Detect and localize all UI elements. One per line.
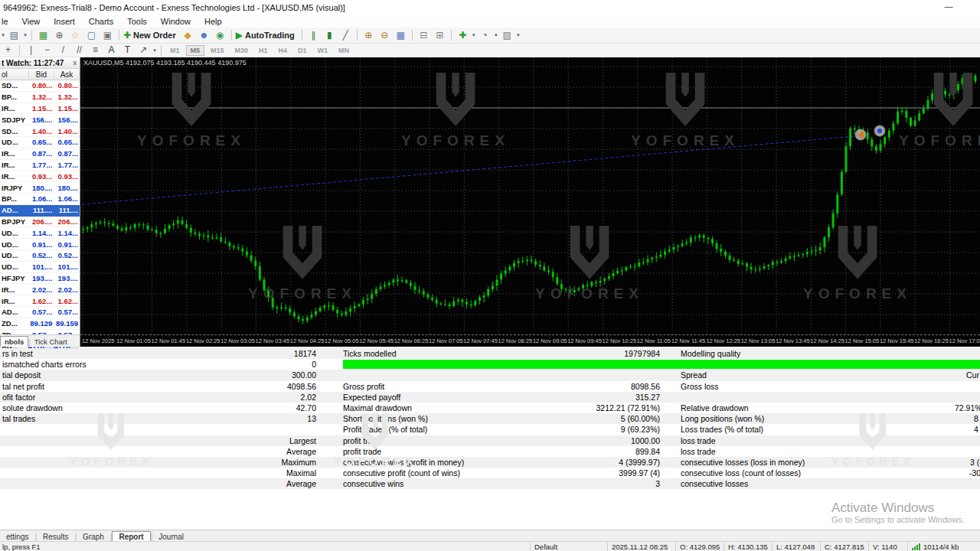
label-tool-icon[interactable]: T [120,44,135,57]
timeframe-h4[interactable]: H4 [274,45,292,56]
market-watch-row[interactable]: AD...0.57...0.57... [0,307,80,318]
market-watch-row[interactable]: IR...2.02...2.02... [0,284,80,295]
menu-item-tools[interactable]: Tools [120,17,154,26]
periods-icon[interactable]: ◔ [478,29,492,42]
market-watch-tab-tickchart[interactable]: Tick Chart [31,337,71,347]
toolbar-drawing: +|−///≡AT↗▾M1M5M15M30H1H4D1W1MN [0,44,980,57]
templates-icon[interactable]: ▨ [500,29,514,42]
templates-caret[interactable]: ▾ [515,32,521,38]
timeframe-mn[interactable]: MN [334,45,354,56]
report-label-3: consecutive loss (count of losses) [681,468,801,478]
report-row: Maximalconsecutive profit (count of wins… [0,468,980,478]
timeframe-w1[interactable]: W1 [313,45,333,56]
arrange-windows-icon[interactable]: ⊟ [416,29,431,42]
symbol-cell: AD... [0,206,28,214]
report-value-1: Maximal [0,468,316,478]
status-close-text: C: 4127.815 [825,543,864,551]
column-ask[interactable]: Ask [54,70,80,79]
timeframe-m30[interactable]: M30 [230,45,253,56]
timeframe-h1[interactable]: H1 [254,45,273,56]
market-watch-row[interactable]: BP...1.32...1.32... [0,92,80,103]
new-order-button[interactable]: ✚New Order [123,29,179,42]
timeframe-m15[interactable]: M15 [206,45,229,56]
candlestick-chart-icon[interactable]: ▮ [322,29,337,42]
ask-cell: 1.14... [54,229,80,237]
zoom-out-icon[interactable]: ⊖ [377,29,392,42]
menu-item-window[interactable]: Window [154,17,198,26]
tester-tab-report[interactable]: Report [112,531,150,542]
column-bid[interactable]: Bid [29,70,54,79]
report-row: tial deposit300.00SpreadCur [0,370,980,380]
timeframe-m1[interactable]: M1 [165,45,185,56]
crosshair-tool-icon[interactable]: + [1,44,15,57]
market-watch-row[interactable]: IR...1.62...1.62... [0,295,80,307]
market-watch-row[interactable]: UD...0.91...0.91... [0,239,80,250]
market-watch-row[interactable]: IRJPY180....180.... [0,182,80,194]
fibonacci-tool-icon[interactable]: ≡ [88,44,103,57]
market-watch-row[interactable]: UD...0.52...0.52... [0,250,80,262]
market-watch-row[interactable]: BPJPY206....206.... [0,217,80,228]
window-layout-icon[interactable]: ▢ [84,29,99,42]
menu-item-le[interactable]: le [0,17,15,26]
vertical-line-tool-icon[interactable]: | [24,44,38,57]
market-watch-row[interactable]: IR...1.15...1.15... [0,103,80,115]
report-label-2: Gross profit [343,381,384,392]
market-watch-row[interactable]: SD...0.80...0.80... [0,80,80,92]
experts-icon[interactable]: ☻ [197,29,211,42]
text-tool-icon[interactable]: A [104,44,119,57]
bar-chart-icon-glyph: ∥ [311,29,315,42]
market-watch-row[interactable]: UD...0.65...0.65... [0,137,80,148]
profiles-caret[interactable]: ▾ [0,32,6,38]
report-value-1: 18174 [0,348,316,359]
market-watch-row[interactable]: UD...1.14...1.14... [0,227,80,239]
indicators-icon[interactable]: ✚ [456,29,470,42]
market-watch-tab-nbols[interactable]: nbols [0,336,28,347]
market-watch-row[interactable]: SDJPY156....156.... [0,114,80,126]
print-icon[interactable]: ▤ [7,29,21,42]
zoom-in-icon[interactable]: ⊕ [361,29,376,42]
print-caret[interactable]: ▾ [22,32,28,38]
cascade-windows-icon[interactable]: ⊞ [433,29,447,42]
market-watch-row[interactable]: IR...0.93...0.93... [0,171,80,182]
window-title: 9649962: Exness-Trial8 - Demo Account - … [0,3,345,12]
minimize-button[interactable]: — [937,0,960,14]
timeframe-m5[interactable]: M5 [186,45,205,56]
market-watch-row[interactable]: SD...1.40...1.40... [0,126,80,137]
tile-windows-icon[interactable]: ▦ [394,29,408,42]
market-watch-row[interactable]: IR...1.77...1.77... [0,160,80,171]
report-value-1: Average [0,446,316,457]
periods-caret[interactable]: ▾ [493,32,499,38]
arrows-caret[interactable]: ▾ [152,47,158,54]
bid-cell: 0.91... [28,240,54,249]
menu-item-charts[interactable]: Charts [82,17,120,26]
market-watch-close-icon[interactable]: x [74,59,80,67]
deposit-icon[interactable]: ◆ [181,29,195,42]
column-symbol[interactable]: ol [0,70,29,79]
chart-window-icon[interactable]: ▦ [36,29,51,42]
autotrading-button[interactable]: ▶AutoTrading [236,29,298,42]
timeframe-d1[interactable]: D1 [293,45,312,56]
horizontal-line-tool-icon[interactable]: − [40,44,54,57]
menu-item-insert[interactable]: Insert [47,17,82,26]
preview-icon[interactable]: ▣ [100,29,115,42]
market-watch-row[interactable]: UD...101....101.... [0,262,80,273]
trendline-tool-icon[interactable]: / [56,44,70,57]
market-watch-row[interactable]: HFJPY193....193.... [0,273,80,285]
report-label-2: consecutive profit (count of wins) [343,468,460,478]
indicators-caret[interactable]: ▾ [471,32,477,38]
equidistant-channel-tool-icon[interactable]: // [72,44,87,57]
crosshair-icon[interactable]: ⊕ [52,29,67,42]
market-watch-row[interactable]: BP...1.06...1.06... [0,194,80,205]
market-watch-row[interactable]: ZD...89.12989.159 [0,318,80,330]
favorites-icon[interactable]: ☆ [68,29,83,42]
arrows-tool-icon[interactable]: ↗ [136,44,151,57]
market-watch-row[interactable]: AD...111....111.... [0,205,80,217]
market-watch-row[interactable]: IR...0.87...0.87... [0,148,80,160]
bar-chart-icon[interactable]: ∥ [306,29,321,42]
market-icon[interactable]: ◉ [213,29,227,42]
chart-panel[interactable]: XAUUSD,M5 4192.075 4193.185 4190.445 419… [80,57,980,347]
menu-item-help[interactable]: Help [198,17,229,26]
menu-item-view[interactable]: View [15,17,47,26]
market-watch-header: t Watch: 11:27:47 x [0,57,80,69]
line-chart-icon[interactable]: ╱ [338,29,353,42]
